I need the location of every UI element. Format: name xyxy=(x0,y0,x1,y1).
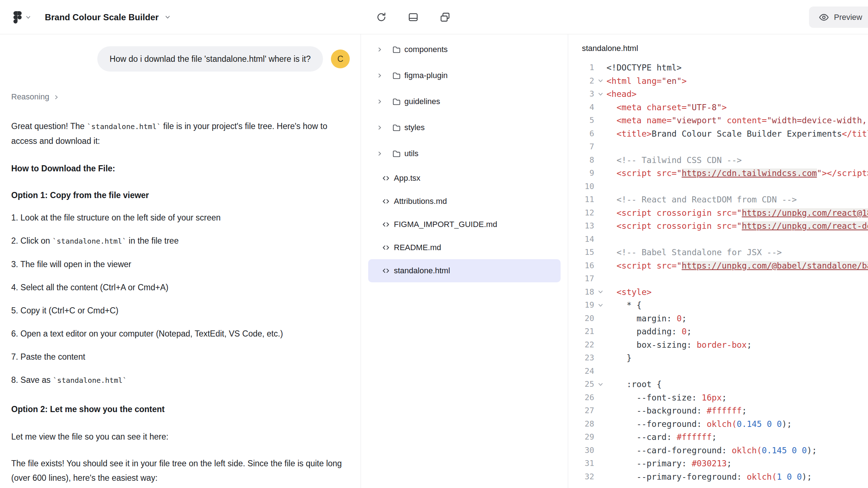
fold-gutter xyxy=(594,233,607,246)
tree-item-FIGMA_IMPORT_GUIDE.md[interactable]: FIGMA_IMPORT_GUIDE.md xyxy=(368,213,561,236)
app-menu-button[interactable] xyxy=(13,11,31,23)
fold-gutter xyxy=(594,167,607,180)
fold-gutter xyxy=(594,470,607,484)
line-number: 11 xyxy=(568,193,594,206)
chevron-right-icon xyxy=(377,47,383,52)
line-number: 27 xyxy=(568,404,594,418)
assistant-intro-paragraph: Great question! The `standalone.html` fi… xyxy=(11,119,350,148)
code-line: 24 xyxy=(568,365,868,378)
option2-line1: Let me view the file so you can see it h… xyxy=(11,429,350,444)
fold-chevron-icon[interactable] xyxy=(594,74,607,88)
code-line: 5 <meta name="viewport" content="width=d… xyxy=(568,114,868,127)
page-title[interactable]: Brand Colour Scale Builder xyxy=(45,12,159,22)
line-number: 19 xyxy=(568,299,594,312)
line-number: 12 xyxy=(568,206,594,220)
code-line: 18 <style> xyxy=(568,286,868,299)
code-line: 22 box-sizing: border-box; xyxy=(568,338,868,352)
line-number: 30 xyxy=(568,444,594,457)
fold-chevron-icon[interactable] xyxy=(594,378,607,391)
line-number: 13 xyxy=(568,219,594,233)
code-line-text: --primary-foreground: oklch(1 0 0); xyxy=(607,470,812,484)
title-chevron-down-icon[interactable] xyxy=(165,14,171,20)
code-line: 17 xyxy=(568,272,868,286)
code-line: 23 } xyxy=(568,351,868,365)
tree-item-README.md[interactable]: README.md xyxy=(368,236,561,259)
code-file-icon xyxy=(381,174,391,183)
code-line: 20 margin: 0; xyxy=(568,312,868,325)
folder-icon xyxy=(392,71,401,81)
user-message-bubble: How do i downlad the file 'standalone.ht… xyxy=(97,46,323,72)
fold-gutter xyxy=(594,219,607,233)
line-number: 32 xyxy=(568,470,594,484)
code-line-text: } xyxy=(607,351,631,365)
panel-bottom-layout-icon[interactable] xyxy=(405,9,421,26)
fold-gutter xyxy=(594,365,607,378)
code-line-text: <script src="https://cdn.tailwindcss.com… xyxy=(607,167,868,180)
code-line-text: --primary: #030213; xyxy=(607,457,732,470)
folder-icon xyxy=(392,97,401,107)
fold-chevron-icon[interactable] xyxy=(594,286,607,299)
code-line: 31 --primary: #030213; xyxy=(568,457,868,470)
fold-gutter xyxy=(594,259,607,273)
fold-gutter xyxy=(594,272,607,286)
fold-chevron-icon[interactable] xyxy=(594,87,607,101)
tree-item-utils[interactable]: utils xyxy=(368,141,561,167)
code-file-icon xyxy=(381,197,391,206)
code-line: 1<!DOCTYPE html> xyxy=(568,61,868,74)
line-number: 28 xyxy=(568,418,594,431)
code-line-text: <meta charset="UTF-8"> xyxy=(607,101,727,114)
tree-item-label: Attributions.md xyxy=(394,197,447,206)
fold-gutter xyxy=(594,391,607,404)
code-line-text: <script crossorigin src="https://unpkg.c… xyxy=(607,206,868,220)
fold-gutter xyxy=(594,404,607,418)
fold-gutter xyxy=(594,101,607,114)
code-line-text: <title>Brand Colour Scale Builder Experi… xyxy=(607,127,868,141)
tree-item-label: guidelines xyxy=(404,97,440,106)
chat-step: 4. Select all the content (Ctrl+A or Cmd… xyxy=(11,280,350,295)
fold-gutter xyxy=(594,127,607,141)
code-line-text: * { xyxy=(607,299,642,312)
code-line-text: <!-- Tailwind CSS CDN --> xyxy=(607,154,742,167)
fold-gutter xyxy=(594,61,607,74)
code-line-text: :root { xyxy=(607,378,661,391)
chevron-right-icon xyxy=(377,151,383,157)
line-number: 22 xyxy=(568,338,594,352)
line-number: 6 xyxy=(568,127,594,141)
code-line-text: <meta name="viewport" content="width=dev… xyxy=(607,114,868,127)
fold-chevron-icon[interactable] xyxy=(594,299,607,312)
tree-item-App.tsx[interactable]: App.tsx xyxy=(368,167,561,190)
code-line-text: <!-- Babel Standalone for JSX --> xyxy=(607,246,782,259)
code-line: 29 --card: #ffffff; xyxy=(568,431,868,444)
code-line: 21 padding: 0; xyxy=(568,325,868,338)
tree-item-label: utils xyxy=(404,149,418,158)
tree-item-label: components xyxy=(404,45,448,54)
option2-line2: The file exists! You should see it in yo… xyxy=(11,456,350,485)
tree-item-guidelines[interactable]: guidelines xyxy=(368,89,561,115)
avatar: C xyxy=(331,50,350,68)
fold-gutter xyxy=(594,206,607,220)
code-line: 6 <title>Brand Colour Scale Builder Expe… xyxy=(568,127,868,141)
tree-item-components[interactable]: components xyxy=(368,37,561,63)
code-line: 30 --card-foreground: oklch(0.145 0 0); xyxy=(568,444,868,457)
preview-button[interactable]: Preview xyxy=(809,7,868,28)
top-bar: Brand Colour Scale Builder xyxy=(0,0,868,34)
code-line-text: --background: #ffffff; xyxy=(607,404,747,418)
line-number: 8 xyxy=(568,154,594,167)
tree-item-Attributions.md[interactable]: Attributions.md xyxy=(368,190,561,213)
inline-code: `standalone.html` xyxy=(53,376,127,385)
reasoning-toggle[interactable]: Reasoning xyxy=(11,92,350,102)
chevron-right-icon xyxy=(377,73,383,78)
tree-item-styles[interactable]: styles xyxy=(368,115,561,141)
chat-step: 5. Copy it (Ctrl+C or Cmd+C) xyxy=(11,303,350,318)
split-windows-layout-icon[interactable] xyxy=(437,9,453,26)
line-number: 24 xyxy=(568,365,594,378)
refresh-icon[interactable] xyxy=(373,9,390,26)
tree-item-figma-plugin[interactable]: figma-plugin xyxy=(368,63,561,89)
code-line: 25 :root { xyxy=(568,378,868,391)
line-number: 3 xyxy=(568,87,594,101)
folder-icon xyxy=(392,123,401,133)
line-number: 18 xyxy=(568,286,594,299)
code-panel: standalone.html 1<!DOCTYPE html>2<html l… xyxy=(568,34,868,488)
tree-item-standalone.html[interactable]: standalone.html xyxy=(368,259,561,282)
fold-gutter xyxy=(594,457,607,470)
